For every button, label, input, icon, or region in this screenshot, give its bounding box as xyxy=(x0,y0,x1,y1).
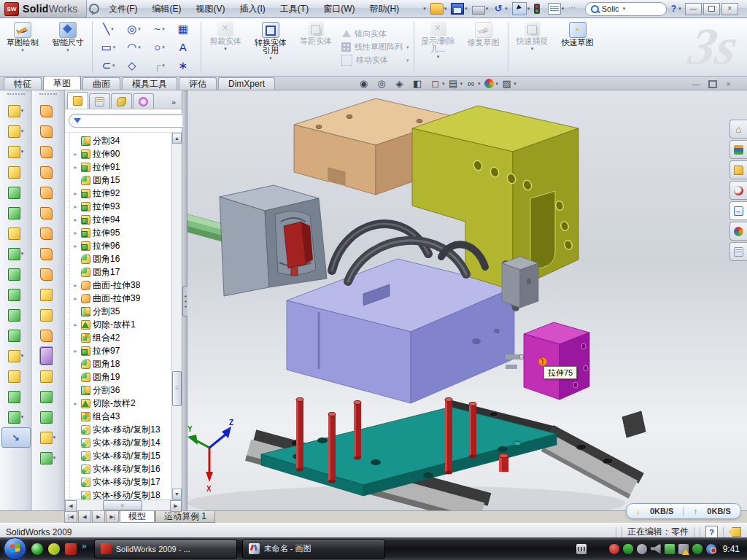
dropdown-arrow-icon[interactable]: ▾ xyxy=(138,23,141,34)
view-tool-button[interactable]: ◻ ▾ xyxy=(429,77,445,90)
smart-dimension-button[interactable]: 智能尺寸 xyxy=(45,18,90,76)
tree-item[interactable]: ▸ 拉伸95 xyxy=(72,226,171,239)
dropdown-arrow-icon[interactable]: ▾ xyxy=(138,42,141,52)
feature-tool-button[interactable]: ▾ xyxy=(2,203,30,223)
feature-tool-button[interactable]: ▾ xyxy=(2,101,30,121)
sketch-entity-button[interactable]: ◇ ▾ xyxy=(121,56,147,74)
quick-tips-button[interactable]: ? xyxy=(705,526,718,538)
sketch-entity-button[interactable]: ◠ ▾ xyxy=(121,38,147,56)
doc-nav-button[interactable]: ▶ xyxy=(92,511,105,523)
tray-icon[interactable] xyxy=(637,544,647,554)
tree-item[interactable]: ▸ 圆角16 xyxy=(72,252,171,265)
feature-tool-button[interactable]: ▾ xyxy=(2,141,30,162)
help-button[interactable]: ? xyxy=(670,4,678,14)
rapid-sketch-button[interactable]: 快速草图 xyxy=(555,18,600,76)
document-tab[interactable]: 运动算例 1 xyxy=(155,511,215,523)
vertical-scrollbar[interactable]: ▲ ≡ ▼ xyxy=(171,133,182,499)
surface-tool-button[interactable]: ▾ xyxy=(34,182,62,203)
tree-item[interactable]: ▸ 拉伸90 xyxy=(72,147,171,160)
ribbon-tab[interactable]: 曲面 xyxy=(82,77,120,90)
mirror-entities-button[interactable]: 镜向实体 xyxy=(341,28,409,39)
toolbar-button[interactable]: ▾ xyxy=(430,3,448,15)
toolbar-button[interactable]: ▾ xyxy=(451,3,468,15)
dropdown-arrow-icon[interactable]: ▾ xyxy=(21,251,24,257)
dropdown-arrow-icon[interactable]: ▾ xyxy=(53,435,56,440)
dropdown-arrow-icon[interactable]: ▾ xyxy=(460,77,463,90)
toolbar-button[interactable]: ▾ xyxy=(512,2,531,15)
feature-tool-button[interactable]: ▾ xyxy=(2,162,30,182)
view-tool-button[interactable]: ◉ ▾ xyxy=(357,77,374,90)
dropdown-arrow-icon[interactable]: ▾ xyxy=(112,60,115,71)
panel-splitter[interactable]: ◂◂◂ xyxy=(182,90,187,510)
tree-item[interactable]: ▸ 分割35 xyxy=(72,305,171,318)
expand-arrow-icon[interactable]: ▸ xyxy=(72,190,79,197)
dropdown-arrow-icon[interactable]: ▾ xyxy=(162,60,165,71)
offset-entities-button[interactable]: 等距实体 xyxy=(293,18,338,76)
part-extrude75-block[interactable] xyxy=(524,322,589,400)
feature-tool-button[interactable]: ▾ xyxy=(2,244,30,264)
expand-arrow-icon[interactable]: ▸ xyxy=(72,151,79,158)
ribbon-tab[interactable]: 模具工具 xyxy=(122,77,177,90)
help-dropdown-icon[interactable]: ▾ xyxy=(678,6,682,12)
view-tool-button[interactable]: ◈ ▾ xyxy=(393,77,409,90)
doc-close-button[interactable]: × xyxy=(722,79,735,89)
scroll-left-icon[interactable]: ◀ xyxy=(65,500,77,512)
tree-item[interactable]: ▸ 实体-移动/复制18 xyxy=(72,489,171,499)
tree-item[interactable]: ▸ 切除-放样1 xyxy=(72,318,171,331)
surface-tool-button[interactable]: ▾ xyxy=(34,121,62,141)
search-dropdown-icon[interactable]: ▾ xyxy=(622,6,627,12)
dropdown-arrow-icon[interactable]: ▾ xyxy=(496,77,499,90)
scrollbar-thumb[interactable]: ≡ xyxy=(172,371,182,406)
filter-box[interactable] xyxy=(69,114,196,128)
toolbar-button[interactable]: ▾ xyxy=(568,4,580,14)
tree-item[interactable]: ▸ 圆角19 xyxy=(72,370,171,384)
dropdown-arrow-icon[interactable]: ▾ xyxy=(504,6,508,12)
menu-item[interactable]: 插入(I) xyxy=(232,3,272,15)
surface-tool-button[interactable]: ▾ xyxy=(34,203,62,223)
expand-arrow-icon[interactable]: ▸ xyxy=(72,295,79,302)
feature-tool-button[interactable]: ▾ xyxy=(2,325,30,346)
menu-item[interactable]: 帮助(H) xyxy=(362,3,406,15)
menu-item[interactable]: 编辑(E) xyxy=(144,3,188,15)
tree-item[interactable]: ▸ 切除-放样2 xyxy=(72,397,171,410)
quick-launch-icon[interactable] xyxy=(31,543,43,555)
toolbar-button[interactable]: ▾ xyxy=(472,4,489,15)
surface-tool-button[interactable]: ▾ xyxy=(34,305,62,325)
expand-arrow-icon[interactable]: ▸ xyxy=(72,230,79,236)
sketch-entity-button[interactable]: ○ ▾ xyxy=(147,38,172,56)
part-clamp-plate[interactable] xyxy=(412,106,578,290)
sketch-entity-button[interactable]: ╲ ▾ xyxy=(96,20,121,38)
dropdown-arrow-icon[interactable]: ▾ xyxy=(162,23,165,34)
dropdown-arrow-icon[interactable]: ▾ xyxy=(442,77,445,90)
tree-item[interactable]: ▸ 实体-移动/复制14 xyxy=(72,436,171,449)
toolbar-button[interactable]: ▾ xyxy=(534,4,544,14)
ribbon-tab[interactable]: 草图 xyxy=(43,76,81,90)
dropdown-arrow-icon[interactable]: ▾ xyxy=(464,6,468,12)
menu-item[interactable]: 文件(F) xyxy=(101,3,144,15)
restore-button[interactable] xyxy=(703,3,720,15)
surface-tool-button[interactable]: ▾ xyxy=(34,407,62,427)
start-button[interactable] xyxy=(4,537,26,560)
tree-item[interactable]: ▸ 拉伸93 xyxy=(72,200,171,213)
surface-tool-button[interactable]: ▾ xyxy=(34,427,62,448)
scrollbar-thumb[interactable]: ≡ xyxy=(103,500,142,510)
tray-icon[interactable] xyxy=(651,544,661,554)
dropdown-arrow-icon[interactable]: ▾ xyxy=(422,6,427,12)
tree-item[interactable]: ▸ 曲面-拉伸39 xyxy=(72,292,171,305)
tree-item[interactable]: ▸ 拉伸94 xyxy=(72,213,171,226)
expand-arrow-icon[interactable]: ▸ xyxy=(72,164,79,171)
panel-tab[interactable] xyxy=(67,92,88,109)
tree-item[interactable]: ▸ 实体-移动/复制17 xyxy=(72,475,171,489)
toolbar-button[interactable]: ▾ xyxy=(548,3,565,15)
task-pane-tab[interactable] xyxy=(729,140,747,159)
dropdown-arrow-icon[interactable]: ▾ xyxy=(21,108,24,114)
feature-tool-button[interactable]: ▾ xyxy=(2,223,30,244)
view-tool-button[interactable]: ▤ ▾ xyxy=(447,77,463,90)
expand-arrow-icon[interactable]: ▸ xyxy=(72,203,79,210)
feature-tool-button[interactable]: ▾ xyxy=(2,346,30,366)
quick-snaps-button[interactable]: 快速捕捉 xyxy=(510,18,555,76)
surface-tool-button[interactable]: ▾ xyxy=(34,284,62,305)
panel-tab[interactable] xyxy=(89,93,110,109)
dropdown-arrow-icon[interactable]: ▾ xyxy=(527,6,531,12)
menu-item[interactable]: 视图(V) xyxy=(188,3,232,15)
